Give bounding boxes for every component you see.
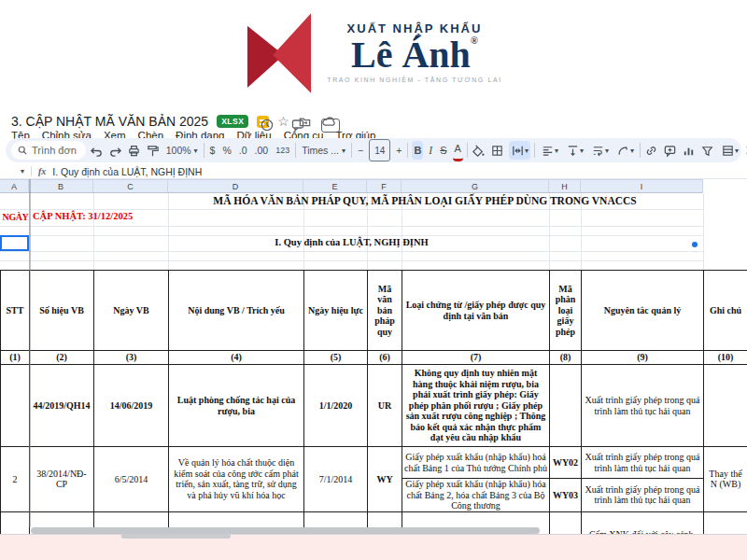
print-button[interactable] [127,143,142,158]
gridline [0,260,703,261]
formula-bar[interactable]: ▾ fx I. Quy định của LUẬT, NGHỊ ĐỊNH [0,164,747,179]
col-num[interactable]: (3) [94,351,169,365]
logo-mark-icon [245,11,314,93]
cell-r2b-nguyen-tac[interactable]: Xuất trình giấy phép trong quá trình làm… [582,479,704,512]
text-wrap-button[interactable]: ▾ [589,141,611,160]
merge-cells-button[interactable]: ▾ [509,141,530,160]
italic-button[interactable]: I [427,141,434,160]
text-rotation-button[interactable]: ▾ [614,141,636,160]
column-header-e[interactable]: E [303,179,367,193]
header-ma-van-ban[interactable]: Mã văn bản pháp quy [368,271,402,351]
cell-r1-stt[interactable] [1,365,30,447]
cell-r2a-ma-phan-loai[interactable]: WY02 [550,447,582,479]
header-nguyen-tac[interactable]: Nguyên tắc quản lý [582,271,704,351]
insert-link-button[interactable] [644,143,659,158]
scrollbar-thumb-secondary[interactable] [121,534,231,539]
increase-decimal-button[interactable]: .00 [253,141,271,160]
grid-area[interactable]: MÃ HÓA VĂN BẢN PHÁP QUY, MÃ PHÂN LOẠI GI… [0,193,747,270]
cell-r3-stt[interactable] [1,511,30,535]
cell-r1-ma-van-ban[interactable]: UR [368,365,402,447]
insert-chart-button[interactable] [682,143,697,158]
header-so-hieu[interactable]: Số hiệu VB [30,271,94,351]
redo-button[interactable] [108,143,123,158]
name-box-caret-icon[interactable]: ▾ [21,167,24,175]
borders-button[interactable] [490,143,505,158]
header-ghi-chu[interactable]: Ghi chú [704,271,747,351]
column-header-i[interactable]: I [581,179,703,193]
col-num[interactable]: (5) [304,351,368,365]
document-title[interactable]: 3. CẬP NHẬT MÃ VĂN BẢN 2025 [11,114,208,129]
cell-r2-so-hieu[interactable]: 38/2014/NĐ-CP [30,447,94,512]
cell-r1-ma-phan-loai[interactable] [550,365,582,447]
header-loai-chung-tu[interactable]: Loại chứng từ /giấy phép được quy định t… [402,271,550,351]
paint-format-button[interactable] [146,143,161,158]
horizontal-scrollbar[interactable] [31,527,540,534]
font-size-input[interactable]: 14 [369,139,390,161]
insert-comment-button[interactable] [663,143,678,158]
cell-r3-ma-phan-loai[interactable] [550,511,582,535]
format-currency-button[interactable]: $ [208,141,218,160]
cell-r1-nguyen-tac[interactable]: Xuất trình giấy phép trong quá trình làm… [582,365,704,447]
font-select[interactable]: Times ... ▾ [300,141,347,160]
col-num[interactable]: (8) [550,351,582,365]
selected-cell[interactable] [0,235,29,251]
undo-button[interactable] [90,143,105,158]
cell-r3-nguyen-tac[interactable]: Cấm XNK đối với cây cảnh, cây bóng mát, … [582,511,704,535]
cell-r3-ghi-chu[interactable] [704,511,747,535]
column-header-b[interactable]: B [29,179,93,193]
cell-r2-ngay-vb[interactable]: 6/5/2014 [94,447,169,512]
more-formats-button[interactable]: 123 [274,141,291,160]
text-color-button[interactable]: A [453,140,463,161]
header-stt[interactable]: STT [1,271,30,351]
formula-bar-value[interactable]: I. Quy định của LUẬT, NGHỊ ĐỊNH [52,166,202,177]
filter-button[interactable] [700,143,715,158]
cell-r2b-ma-phan-loai[interactable]: WY03 [550,479,582,512]
col-num[interactable]: (4) [169,351,304,365]
filter-views-button[interactable]: ▾ [719,141,740,160]
cell-r2-ghi-chu[interactable]: Thay thế N (WB) [704,447,747,512]
cell-r2-noi-dung[interactable]: Về quản lý hóa chất thuộc diện kiểm soát… [169,447,304,512]
gridline [0,235,703,236]
zoom-select[interactable]: 100% ▾ [164,141,200,160]
column-header-g[interactable]: G [402,179,549,193]
selection-fill-handle[interactable] [692,242,698,247]
cell-r1-ngay-hieu-luc[interactable]: 1/1/2020 [304,365,368,447]
cell-r2a-nguyen-tac[interactable]: Xuất trình giấy phép trong quá trình làm… [582,447,704,479]
bold-button[interactable]: B [412,141,423,160]
toolbar: Trình đơn 100% ▾ $ % .0 .00 123 Times ..… [6,138,741,162]
cell-r2b-loai-chung-tu[interactable]: Giấy phép xuất khẩu (nhập khẩu) hóa chất… [402,479,550,512]
header-noi-dung[interactable]: Nội dung VB / Trích yếu [169,271,304,351]
cell-r1-loai-chung-tu[interactable]: Không quy định tuy nhiên mặt hàng thuộc … [402,365,550,447]
col-num[interactable]: (7) [402,351,550,365]
column-header-a[interactable]: A [0,179,29,193]
cell-r2-ma-van-ban[interactable]: WY [368,447,402,512]
header-ngay-vb[interactable]: Ngày VB [94,271,169,351]
header-ngay-hieu-luc[interactable]: Ngày hiệu lực [304,271,368,351]
col-num[interactable]: (9) [582,351,704,365]
column-header-c[interactable]: C [93,179,168,193]
cell-r2-stt[interactable]: 2 [1,447,30,512]
cell-r1-ghi-chu[interactable] [704,365,747,447]
menus-search[interactable]: Trình đơn [11,141,86,160]
format-percent-button[interactable]: % [220,141,233,160]
cell-r1-so-hieu[interactable]: 44/2019/QH14 [30,365,94,447]
column-header-h[interactable]: H [549,179,581,193]
fill-color-button[interactable] [472,143,486,158]
col-num[interactable]: (6) [368,351,402,365]
cell-r2a-loai-chung-tu[interactable]: Giấy phép xuất khẩu (nhập khẩu) hoá chất… [402,447,550,479]
decrease-font-size-button[interactable]: − [356,141,365,160]
increase-font-size-button[interactable]: + [394,141,403,160]
cell-r2-ngay-hieu-luc[interactable]: 7/1/2014 [304,447,368,512]
column-header-d[interactable]: D [168,179,303,193]
header-ma-phan-loai[interactable]: Mã phân loại giấy phép [550,271,582,351]
cell-r1-noi-dung[interactable]: Luật phòng chống tác hại của rượu, bia [169,365,304,447]
col-num[interactable]: (10) [704,351,747,365]
decrease-decimal-button[interactable]: .0 [237,141,249,160]
column-header-f[interactable]: F [367,179,402,193]
col-num[interactable]: (1) [1,351,30,365]
col-num[interactable]: (2) [30,351,94,365]
vertical-align-button[interactable]: ▾ [564,141,585,160]
strikethrough-button[interactable]: S [438,141,448,160]
horizontal-align-button[interactable]: ▾ [539,141,560,160]
cell-r1-ngay-vb[interactable]: 14/06/2019 [94,365,169,447]
